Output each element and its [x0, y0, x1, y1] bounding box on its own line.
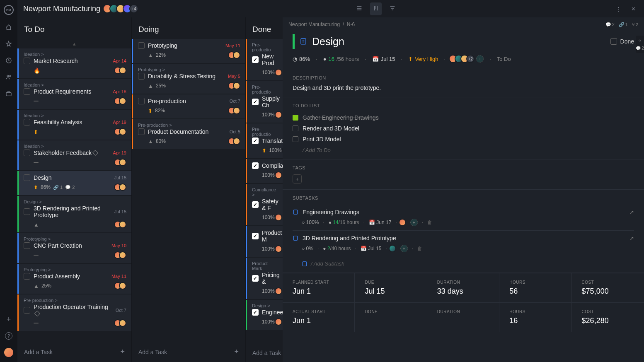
task-card[interactable]: Pre-productioSupply Ch 100%: [246, 81, 283, 123]
todolist-label: TO DO LIST: [293, 103, 634, 108]
assignees[interactable]: +2 +: [451, 55, 484, 63]
task-checkbox[interactable]: [252, 138, 259, 144]
task-checkbox[interactable]: [24, 119, 30, 125]
desc-text[interactable]: Design and 3D print the prototype.: [293, 84, 634, 91]
task-card[interactable]: Compliance >Safety & F 100%: [246, 184, 283, 225]
add-todo[interactable]: / Add To Do: [293, 145, 634, 153]
add-assignee-icon[interactable]: +: [476, 55, 484, 63]
close-icon[interactable]: ✕: [629, 3, 638, 14]
desc-label: DESCRIPTION: [293, 75, 634, 80]
column-doing: Doing PrototypingMay 11▲ 22%Prototyping …: [131, 17, 245, 362]
task-card[interactable]: Ideation >Product RequirementsApr 18: [17, 79, 131, 109]
task-card[interactable]: Prototyping >Product AssemblyMay 11▲ 25%: [17, 264, 131, 294]
task-title[interactable]: Design: [312, 36, 605, 48]
due-meta[interactable]: 📅 Jul 15: [372, 56, 395, 62]
stat-cell: HOURS56: [499, 273, 571, 302]
stat-cell: DONE: [355, 303, 427, 332]
todo-item[interactable]: Gather Engineering Drawings: [293, 112, 634, 123]
detail-breadcrumb[interactable]: Newport Manufacturing / N-6: [288, 22, 355, 27]
task-checkbox[interactable]: [252, 233, 259, 239]
todo-item[interactable]: Print 3D Model: [293, 134, 634, 145]
task-checkbox[interactable]: [138, 98, 145, 104]
user-avatar[interactable]: [4, 348, 13, 357]
task-card[interactable]: Ideation >Market ResearchApr 14🔥: [17, 48, 131, 78]
add-icon[interactable]: +: [7, 315, 11, 324]
more-icon[interactable]: ⋮: [613, 3, 624, 14]
task-card[interactable]: Pre-productioNew Prod 100%: [246, 39, 283, 80]
task-card[interactable]: Prototyping >CNC Part CreationMay 10: [17, 233, 131, 263]
stat-cell: PLANNED STARTJun 1: [283, 273, 355, 302]
task-checkbox[interactable]: [24, 58, 30, 64]
home-icon[interactable]: [5, 23, 13, 31]
add-subtask-assignee[interactable]: +: [410, 219, 418, 226]
task-card[interactable]: Design >3D Rendering and Printed Prototy…: [17, 196, 131, 232]
task-checkbox[interactable]: [24, 150, 30, 156]
task-card[interactable]: Product MarkPricing & 100%: [246, 258, 283, 299]
add-subtask[interactable]: / Add Subtask: [293, 256, 634, 267]
task-icon: [300, 38, 307, 45]
task-card[interactable]: Pre-productioTranslatio⬆ 100%: [246, 123, 283, 158]
delete-subtask-icon[interactable]: 🗑: [427, 220, 432, 225]
column-header-todo: To Do: [17, 17, 131, 39]
task-checkbox[interactable]: [252, 275, 259, 282]
column-header-doing: Doing: [132, 17, 245, 39]
todo-item[interactable]: Render and 3D Model: [293, 123, 634, 134]
task-checkbox[interactable]: [24, 174, 30, 181]
task-checkbox[interactable]: [252, 309, 259, 316]
add-tag-button[interactable]: +: [293, 174, 302, 183]
board-view-icon[interactable]: [370, 2, 382, 15]
list-view-icon[interactable]: [353, 2, 365, 15]
status-meta[interactable]: To Do: [497, 56, 511, 62]
task-card[interactable]: Pre-productionOct 7⬆ 82%: [132, 94, 245, 118]
briefcase-icon[interactable]: [5, 89, 13, 98]
delete-subtask-icon[interactable]: 🗑: [417, 246, 422, 251]
done-toggle[interactable]: Done: [610, 38, 634, 45]
progress-meta[interactable]: ◔ 86%: [293, 56, 310, 62]
subtask-item[interactable]: Engineering Drawings↗○ 100%·● 14/16 hour…: [293, 205, 634, 231]
subtask-item[interactable]: 3D Rendering and Printed Prototype↗○ 0%·…: [293, 231, 634, 256]
priority-meta[interactable]: ⬆ Very High: [408, 56, 438, 62]
task-checkbox[interactable]: [252, 56, 259, 63]
task-card[interactable]: Ideation >Stakeholder FeedbackApr 19: [17, 140, 131, 170]
add-task-todo[interactable]: Add a Task+: [17, 342, 131, 362]
task-checkbox[interactable]: [252, 162, 259, 169]
task-checkbox[interactable]: [24, 88, 30, 95]
task-checkbox[interactable]: [24, 273, 30, 280]
task-card[interactable]: Ideation >Feasibility AnalysisApr 19⬆: [17, 110, 131, 140]
task-checkbox[interactable]: [138, 128, 145, 135]
task-card[interactable]: Pre-production >Production Operator Trai…: [17, 294, 131, 331]
stat-cell: HOURS16: [499, 303, 571, 332]
app-logo[interactable]: PM: [4, 5, 14, 15]
detail-side-tab[interactable]: ‹‹ 💬 2: [636, 36, 644, 53]
task-checkbox[interactable]: [24, 208, 30, 215]
task-card[interactable]: Prototyping >Durability & Stress Testing…: [132, 64, 245, 94]
team-icon[interactable]: [5, 73, 13, 81]
task-card[interactable]: PrototypingMay 11▲ 22%: [132, 39, 245, 63]
task-checkbox[interactable]: [138, 73, 145, 80]
add-task-done[interactable]: Add a Task: [246, 344, 283, 362]
comments-count[interactable]: 💬 2: [605, 22, 615, 27]
links-count[interactable]: 🔗 1: [619, 22, 628, 27]
task-card[interactable]: Product M 100%: [246, 226, 283, 257]
open-subtask-icon[interactable]: ↗: [629, 235, 634, 241]
add-task-doing[interactable]: Add a Task+: [132, 342, 245, 362]
task-card[interactable]: Pre-production >Product DocumentationOct…: [132, 119, 245, 149]
help-icon[interactable]: ?: [5, 332, 12, 340]
scroll-up-icon[interactable]: ▴: [17, 39, 131, 48]
project-avatars[interactable]: +4: [105, 4, 138, 13]
task-card[interactable]: Design >Engineeri 100%: [246, 300, 283, 330]
open-subtask-icon[interactable]: ↗: [629, 209, 634, 215]
task-checkbox[interactable]: [24, 242, 30, 249]
task-checkbox[interactable]: [24, 307, 30, 314]
task-card[interactable]: Complian 100%: [246, 159, 283, 183]
task-checkbox[interactable]: [138, 42, 145, 49]
activity-icon[interactable]: [5, 40, 13, 48]
filter-icon[interactable]: [387, 2, 398, 15]
task-checkbox[interactable]: [252, 201, 259, 208]
task-checkbox[interactable]: [252, 99, 259, 105]
subtasks-count[interactable]: ⑂ 2: [632, 22, 638, 27]
recent-icon[interactable]: [5, 56, 13, 65]
add-subtask-assignee[interactable]: +: [400, 245, 408, 252]
hours-meta[interactable]: ● 16/56 hours: [323, 56, 359, 62]
task-card[interactable]: DesignJul 15⬆ 86% 🔗 1 💬 2: [17, 171, 131, 195]
